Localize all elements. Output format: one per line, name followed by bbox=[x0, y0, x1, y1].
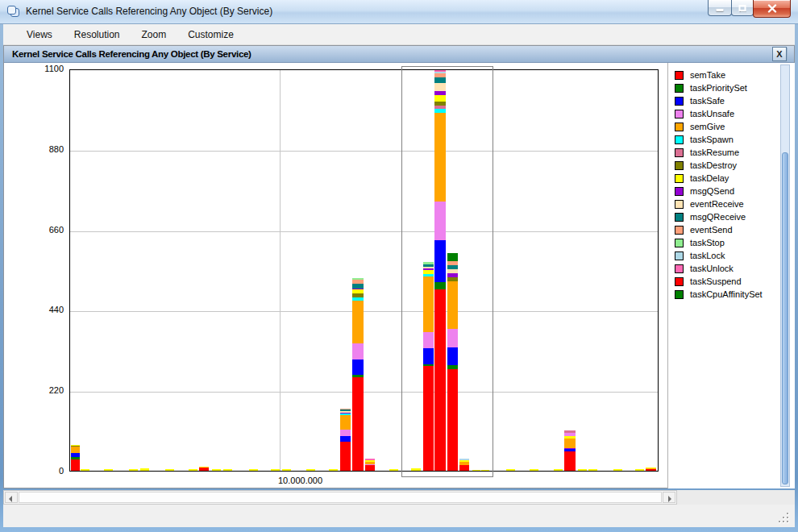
bar-segment-taskDelay bbox=[212, 469, 221, 471]
minimize-button[interactable] bbox=[708, 0, 732, 16]
stacked-bar[interactable] bbox=[71, 445, 80, 471]
legend-label: taskUnsafe bbox=[690, 109, 734, 118]
legend-item-eventSend[interactable]: eventSend bbox=[668, 223, 795, 236]
legend-item-taskUnsafe[interactable]: taskUnsafe bbox=[668, 107, 795, 120]
stacked-bar[interactable] bbox=[506, 469, 515, 471]
horizontal-scrollbar[interactable] bbox=[3, 490, 677, 505]
stacked-bar[interactable] bbox=[81, 469, 89, 471]
stacked-bar[interactable] bbox=[199, 467, 209, 471]
legend-item-taskPrioritySet[interactable]: taskPrioritySet bbox=[668, 81, 795, 94]
stacked-bar[interactable] bbox=[140, 468, 149, 471]
stacked-bar[interactable] bbox=[129, 469, 138, 471]
stacked-bar[interactable] bbox=[635, 469, 644, 471]
legend-item-taskDestroy[interactable]: taskDestroy bbox=[668, 159, 795, 172]
legend-item-taskSuspend[interactable]: taskSuspend bbox=[668, 275, 795, 288]
legend-label: taskPrioritySet bbox=[690, 83, 747, 93]
legend-scrollbar-thumb[interactable] bbox=[782, 152, 788, 484]
bar-segment-semTake bbox=[352, 377, 364, 471]
stacked-bar[interactable] bbox=[613, 469, 622, 471]
bar-segment-taskSafe bbox=[340, 436, 351, 442]
resize-grip-icon[interactable] bbox=[778, 512, 789, 523]
legend-swatch-icon bbox=[675, 213, 684, 222]
stacked-bar[interactable] bbox=[340, 409, 351, 471]
legend-item-semGive[interactable]: semGive bbox=[668, 120, 795, 133]
bar-segment-taskDelay bbox=[223, 469, 232, 471]
legend-item-taskStop[interactable]: taskStop bbox=[668, 236, 795, 249]
stacked-bar[interactable] bbox=[389, 469, 398, 471]
stacked-bar[interactable] bbox=[306, 469, 315, 471]
legend-item-taskResume[interactable]: taskResume bbox=[668, 146, 795, 159]
legend-item-msgQSend[interactable]: msgQSend bbox=[668, 185, 795, 197]
title-bar[interactable]: Kernel Service Calls Referencing Any Obj… bbox=[0, 0, 798, 24]
legend-item-taskLock[interactable]: taskLock bbox=[668, 249, 795, 262]
stacked-bar[interactable] bbox=[104, 469, 113, 471]
legend-item-taskDelay[interactable]: taskDelay bbox=[668, 172, 795, 185]
legend-item-semTake[interactable]: semTake bbox=[668, 69, 795, 81]
bar-segment-taskSafe bbox=[564, 449, 576, 451]
legend-label: eventSend bbox=[690, 225, 733, 235]
scroll-right-button[interactable] bbox=[663, 492, 675, 503]
legend-swatch-icon bbox=[675, 264, 684, 273]
stacked-bar[interactable] bbox=[165, 469, 174, 471]
chart-close-button[interactable]: X bbox=[772, 47, 787, 61]
legend-item-taskSafe[interactable]: taskSafe bbox=[668, 94, 795, 107]
bar-segment-taskDelay bbox=[365, 460, 375, 462]
y-tick-label: 660 bbox=[6, 225, 64, 235]
bar-segment-taskDelay bbox=[329, 469, 338, 471]
horizontal-scrollbar-thumb[interactable] bbox=[19, 492, 662, 503]
bar-segment-taskSpawn bbox=[340, 414, 351, 415]
legend-swatch-icon bbox=[675, 123, 684, 131]
x-tick-label: 10.000.000 bbox=[278, 476, 322, 485]
menu-customize[interactable]: Customize bbox=[181, 27, 241, 43]
stacked-bar[interactable] bbox=[223, 469, 232, 471]
stacked-bar[interactable] bbox=[646, 468, 656, 471]
legend-item-taskUnlock[interactable]: taskUnlock bbox=[668, 262, 795, 275]
stacked-bar[interactable] bbox=[189, 469, 197, 471]
y-tick-label: 220 bbox=[6, 385, 64, 395]
stacked-bar[interactable] bbox=[282, 469, 291, 471]
bar-segment-taskDelay bbox=[635, 469, 644, 471]
legend-item-eventReceive[interactable]: eventReceive bbox=[668, 197, 795, 210]
menu-resolution[interactable]: Resolution bbox=[67, 27, 127, 43]
legend-swatch-icon bbox=[675, 187, 684, 196]
bar-segment-taskDelay bbox=[282, 469, 291, 471]
bar-segment-semGive bbox=[340, 415, 351, 430]
stacked-bar[interactable] bbox=[564, 430, 576, 471]
stacked-bar[interactable] bbox=[578, 469, 587, 471]
maximize-button[interactable] bbox=[731, 0, 754, 16]
legend-item-taskCpuAffinitySet[interactable]: taskCpuAffinitySet bbox=[668, 288, 795, 301]
legend-swatch-icon bbox=[675, 110, 684, 118]
stacked-bar[interactable] bbox=[271, 469, 280, 471]
bar-segment-semGive bbox=[365, 462, 375, 464]
legend-label: taskStop bbox=[690, 238, 725, 247]
legend-vertical-scrollbar[interactable] bbox=[780, 64, 790, 487]
legend-label: taskLock bbox=[690, 251, 725, 260]
bottom-scroll-row bbox=[3, 490, 795, 505]
legend-item-msgQReceive[interactable]: msgQReceive bbox=[668, 210, 795, 223]
app-icon bbox=[7, 6, 21, 19]
stacked-bar[interactable] bbox=[352, 278, 364, 471]
chart-pane-header[interactable]: Kernel Service Calls Referencing Any Obj… bbox=[4, 46, 794, 63]
scroll-left-button[interactable] bbox=[5, 492, 18, 503]
plot-area[interactable] bbox=[69, 69, 659, 472]
legend-swatch-icon bbox=[675, 290, 684, 299]
zoom-selection-rect[interactable] bbox=[401, 66, 493, 477]
stacked-bar[interactable] bbox=[329, 469, 338, 471]
stacked-bar[interactable] bbox=[249, 469, 258, 471]
stacked-bar[interactable] bbox=[365, 459, 375, 471]
window-controls bbox=[709, 0, 791, 18]
bar-segment-msgQReceive bbox=[352, 284, 364, 289]
menu-views[interactable]: Views bbox=[19, 27, 60, 43]
stacked-bar[interactable] bbox=[588, 469, 597, 471]
bar-segment-semTake bbox=[199, 468, 209, 471]
legend-label: eventReceive bbox=[690, 199, 744, 209]
legend-item-taskSpawn[interactable]: taskSpawn bbox=[668, 133, 795, 146]
close-button[interactable] bbox=[753, 0, 791, 18]
minimize-icon bbox=[717, 9, 724, 11]
stacked-bar[interactable] bbox=[530, 469, 538, 471]
stacked-bar[interactable] bbox=[212, 469, 221, 471]
bar-segment-taskDelay bbox=[588, 469, 597, 471]
stacked-bar[interactable] bbox=[554, 469, 563, 471]
bar-segment-taskDelay bbox=[165, 469, 174, 471]
menu-zoom[interactable]: Zoom bbox=[135, 27, 174, 43]
